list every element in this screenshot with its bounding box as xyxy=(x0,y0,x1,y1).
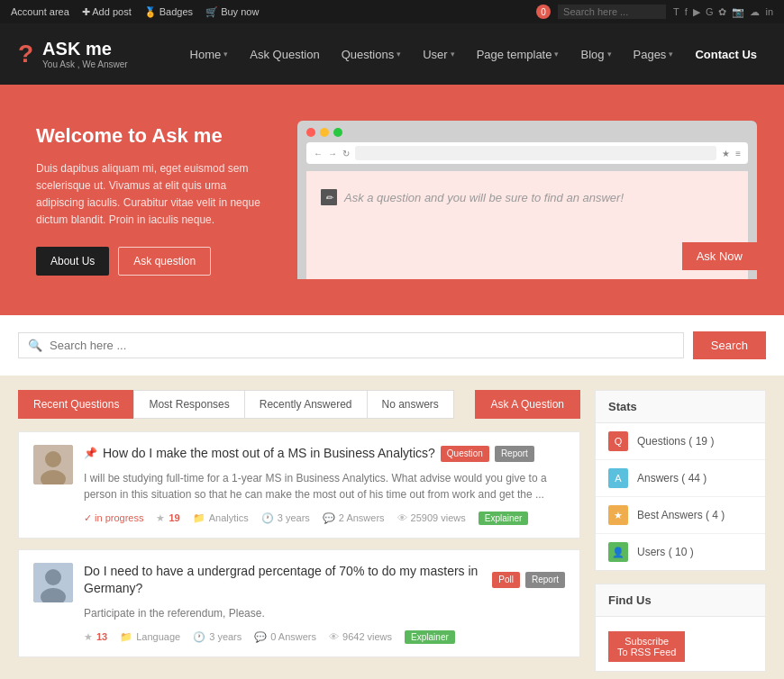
question-stars: ★ 13 xyxy=(84,631,107,643)
clock-icon: 🕐 xyxy=(193,631,205,643)
dot-green xyxy=(333,128,342,137)
question-meta: ★ 13 📁 Language 🕐 3 years 💬 xyxy=(84,630,565,644)
pin-icon: 📌 xyxy=(84,446,97,461)
stars-count: 19 xyxy=(169,512,179,523)
star-icon: ★ xyxy=(156,512,165,524)
instagram-icon[interactable]: 📷 xyxy=(732,6,744,18)
star-icon: ★ xyxy=(84,631,93,643)
gplus-icon[interactable]: G xyxy=(706,6,714,18)
nav-home[interactable]: Home ▾ xyxy=(181,42,238,67)
questions-stat-icon: Q xyxy=(608,431,628,451)
nav-user[interactable]: User ▾ xyxy=(414,42,463,67)
nav-questions[interactable]: Questions ▾ xyxy=(333,42,411,67)
browser-dots xyxy=(306,128,748,137)
top-bar: Account area ✚ Add post 🏅 Badges 🛒 Buy n… xyxy=(0,0,784,23)
search-input[interactable] xyxy=(50,339,674,352)
buy-now-link[interactable]: 🛒 Buy now xyxy=(205,6,259,18)
forward-icon[interactable]: → xyxy=(328,149,337,158)
comment-icon: 💬 xyxy=(254,631,267,643)
tab-no-answers[interactable]: No answers xyxy=(367,390,454,419)
tabs-row: Recent Questions Most Responses Recently… xyxy=(18,390,580,419)
main-nav: Home ▾ Ask Question Questions ▾ User ▾ P… xyxy=(181,42,766,67)
ask-question-tab-button[interactable]: Ask A Question xyxy=(475,390,580,419)
rss-subscribe-button[interactable]: SubscribeTo RSS Feed xyxy=(608,631,685,662)
best-answers-stat-label: Best Answers ( 4 ) xyxy=(637,509,725,521)
url-bar[interactable] xyxy=(355,146,716,160)
avatar-image xyxy=(33,563,73,602)
refresh-icon[interactable]: ↻ xyxy=(342,149,350,158)
ask-question-button[interactable]: Ask question xyxy=(118,247,211,276)
notification-badge[interactable]: 0 xyxy=(536,5,551,19)
add-post-link[interactable]: ✚ Add post xyxy=(82,6,132,18)
nav-contact-us[interactable]: Contact Us xyxy=(686,42,766,67)
question-time: 🕐 3 years xyxy=(261,512,310,524)
search-section: 🔍 Search xyxy=(0,315,784,376)
question-answers: 💬 0 Answers xyxy=(254,631,316,643)
question-link[interactable]: How do I make the most out of a MS in Bu… xyxy=(103,445,435,463)
tab-recently-answered[interactable]: Recently Answered xyxy=(244,390,367,419)
stat-users[interactable]: 👤 Users ( 10 ) xyxy=(596,534,765,570)
question-body: Do I need to have a undergrad percentage… xyxy=(84,563,565,644)
question-meta: ✓ in progress ★ 19 📁 Analytics 🕐 3 years xyxy=(84,512,565,525)
top-search-input[interactable] xyxy=(558,5,666,19)
badges-link[interactable]: 🏅 Badges xyxy=(144,6,193,18)
social-icons: T f ▶ G ✿ 📷 ☁ in xyxy=(673,6,773,18)
question-excerpt: Participate in the referendum, Please. xyxy=(84,605,565,621)
find-us-content: SubscribeTo RSS Feed xyxy=(596,617,765,671)
report-badge[interactable]: Report xyxy=(525,572,565,588)
tab-recent-questions[interactable]: Recent Questions xyxy=(18,390,133,419)
eye-icon: 👁 xyxy=(329,631,339,642)
question-link[interactable]: Do I need to have a undergrad percentage… xyxy=(84,563,487,598)
question-views: 👁 25909 views xyxy=(397,512,466,523)
users-stat-label: Users ( 10 ) xyxy=(637,546,694,558)
question-badge: Question xyxy=(441,446,489,462)
search-box: 🔍 xyxy=(18,332,684,358)
dot-red xyxy=(306,128,315,137)
main-content: Recent Questions Most Responses Recently… xyxy=(0,376,784,679)
stars-count: 13 xyxy=(96,631,107,642)
question-title: 📌 How do I make the most out of a MS in … xyxy=(84,445,565,463)
report-badge[interactable]: Report xyxy=(495,446,534,462)
account-area-link[interactable]: Account area xyxy=(11,6,69,17)
ask-now-button[interactable]: Ask Now xyxy=(682,242,757,270)
pencil-icon: ✏ xyxy=(321,189,337,205)
facebook-icon[interactable]: f xyxy=(685,6,688,18)
svg-point-4 xyxy=(45,569,61,585)
stats-box: Stats Q Questions ( 19 ) A Answers ( 44 … xyxy=(595,390,766,571)
avatar-image xyxy=(33,445,73,484)
folder-icon: 📁 xyxy=(193,512,205,524)
question-card: 📌 How do I make the most out of a MS in … xyxy=(18,431,580,539)
header: ? ASK me You Ask , We Answer Home ▾ Ask … xyxy=(0,23,784,85)
nav-ask-question[interactable]: Ask Question xyxy=(241,42,328,67)
stat-best-answers[interactable]: ★ Best Answers ( 4 ) xyxy=(596,497,765,534)
question-time: 🕐 3 years xyxy=(193,631,242,643)
twitter-icon[interactable]: T xyxy=(673,6,679,18)
nav-pages[interactable]: Pages ▾ xyxy=(624,42,683,67)
questions-column: Recent Questions Most Responses Recently… xyxy=(18,390,580,672)
flickr-icon[interactable]: ✿ xyxy=(718,6,726,18)
youtube-icon[interactable]: ▶ xyxy=(693,6,700,18)
logo[interactable]: ? ASK me You Ask , We Answer xyxy=(18,39,128,69)
bookmark-icon[interactable]: ★ xyxy=(722,149,730,158)
question-body: 📌 How do I make the most out of a MS in … xyxy=(84,445,565,525)
site-subtitle: You Ask , We Answer xyxy=(42,59,128,69)
top-bar-right: 0 T f ▶ G ✿ 📷 ☁ in xyxy=(536,5,773,19)
question-category: 📁 Language xyxy=(120,631,180,643)
about-us-button[interactable]: About Us xyxy=(36,247,109,276)
avatar xyxy=(33,445,73,484)
menu-icon[interactable]: ≡ xyxy=(735,149,741,158)
search-button[interactable]: Search xyxy=(693,331,766,359)
question-header: Do I need to have a undergrad percentage… xyxy=(33,563,565,644)
nav-blog[interactable]: Blog ▾ xyxy=(571,42,620,67)
back-icon[interactable]: ← xyxy=(314,149,323,158)
rss-icon[interactable]: ☁ xyxy=(750,6,760,18)
linkedin-icon[interactable]: in xyxy=(765,6,773,18)
question-card: Do I need to have a undergrad percentage… xyxy=(18,549,580,657)
search-icon: 🔍 xyxy=(28,339,42,352)
question-input-placeholder[interactable]: ✏ Ask a question and you will be sure to… xyxy=(321,189,624,205)
stat-questions[interactable]: Q Questions ( 19 ) xyxy=(596,423,765,460)
tab-most-responses[interactable]: Most Responses xyxy=(133,390,243,419)
nav-page-template[interactable]: Page template ▾ xyxy=(468,42,569,67)
stat-answers[interactable]: A Answers ( 44 ) xyxy=(596,460,765,497)
question-views: 👁 9642 views xyxy=(329,631,392,642)
